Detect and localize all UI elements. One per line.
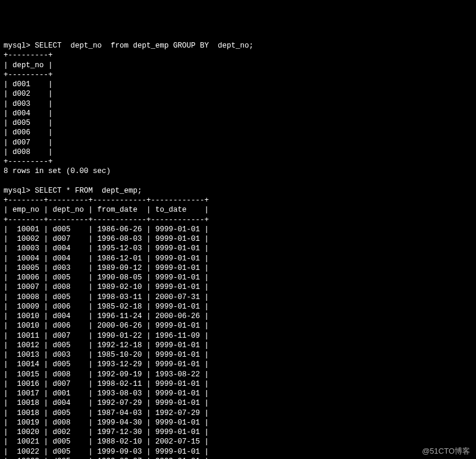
table1-row: | d004 |	[4, 109, 53, 118]
table2-header: | emp_no | dept_no | from_date | to_date…	[4, 206, 209, 214]
watermark: @51CTO博客	[422, 447, 470, 457]
table1-row: | d005 |	[4, 119, 53, 127]
table1-border-mid: +---------+	[4, 71, 53, 79]
table1-row: | d006 |	[4, 128, 53, 137]
table1-row: | d001 |	[4, 80, 53, 89]
table1-border-top: +---------+	[4, 51, 53, 59]
table1-border-bottom: +---------+	[4, 158, 53, 166]
table2-border-mid: +--------+---------+------------+-------…	[4, 216, 209, 224]
table1-footer: 8 rows in set (0.00 sec)	[4, 167, 111, 175]
table1-row: | d007 |	[4, 139, 53, 147]
table2-body: | 10001 | d005 | 1986-06-26 | 9999-01-01…	[4, 225, 209, 459]
table1-row: | d003 |	[4, 100, 53, 108]
prompt-2: mysql> SELECT * FROM dept_emp;	[4, 187, 142, 195]
table1-row: | d002 |	[4, 90, 53, 98]
prompt-1: mysql> SELECT dept_no from dept_emp GROU…	[4, 42, 253, 50]
table2-border-top: +--------+---------+------------+-------…	[4, 196, 209, 205]
table1-row: | d008 |	[4, 148, 53, 156]
table1-header: | dept_no |	[4, 61, 53, 70]
terminal-output: mysql> SELECT dept_no from dept_emp GROU…	[4, 41, 472, 459]
